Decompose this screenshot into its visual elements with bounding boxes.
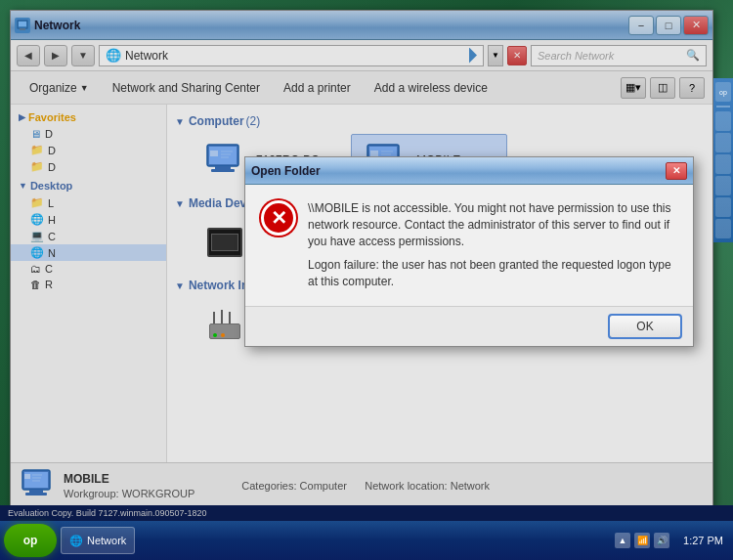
tray-network-icon[interactable]: ▲ <box>615 533 630 548</box>
dialog-content: ✕ \\MOBILE is not accessible. You might … <box>245 185 693 306</box>
edge-item-7 <box>715 219 731 238</box>
edge-item-3 <box>715 133 731 152</box>
error-icon: ✕ <box>261 200 296 236</box>
right-edge-panel: op <box>713 78 733 242</box>
dialog-overlay: Open Folder ✕ ✕ \\MOBILE is not accessib… <box>0 0 733 560</box>
dialog-close-button[interactable]: ✕ <box>666 162 687 180</box>
error-dialog: Open Folder ✕ ✕ \\MOBILE is not accessib… <box>244 156 694 347</box>
edge-item-1: op <box>715 82 731 102</box>
dialog-title: Open Folder <box>251 164 666 178</box>
dialog-title-bar: Open Folder ✕ <box>245 157 693 185</box>
taskbar: op 🌐 Network ▲ 📶 🔊 1:27 PM <box>0 521 733 560</box>
eval-text: Evaluation Copy. Build 7127.winmain.0905… <box>8 508 206 518</box>
clock-time: 1:27 PM <box>683 535 723 546</box>
tray-wifi-icon[interactable]: 📶 <box>634 533 650 548</box>
eval-bar: Evaluation Copy. Build 7127.winmain.0905… <box>0 505 733 521</box>
tray-volume-icon[interactable]: 🔊 <box>654 533 669 548</box>
dialog-secondary-text: Logon failure: the user has not been gra… <box>308 257 677 290</box>
edge-item-2 <box>715 111 731 131</box>
edge-item-5 <box>715 176 731 195</box>
edge-item-4 <box>715 154 731 174</box>
taskbar-items: 🌐 Network <box>57 527 607 554</box>
dialog-main-text: \\MOBILE is not accessible. You might no… <box>308 200 677 249</box>
taskbar-network-label: Network <box>87 535 126 546</box>
desktop: Network − □ ✕ ◀ ▶ ▼ 🌐 Network ▼ ✕ Search… <box>0 0 733 560</box>
system-tray: ▲ 📶 🔊 <box>607 533 677 548</box>
taskbar-network-icon: 🌐 <box>69 535 83 547</box>
taskbar-clock[interactable]: 1:27 PM <box>677 535 729 546</box>
dialog-message: \\MOBILE is not accessible. You might no… <box>308 200 677 290</box>
edge-item-6 <box>715 197 731 217</box>
ok-button[interactable]: OK <box>609 315 681 338</box>
start-button[interactable]: op <box>4 524 57 557</box>
taskbar-network-item[interactable]: 🌐 Network <box>61 527 135 554</box>
dialog-footer: OK <box>245 306 693 346</box>
